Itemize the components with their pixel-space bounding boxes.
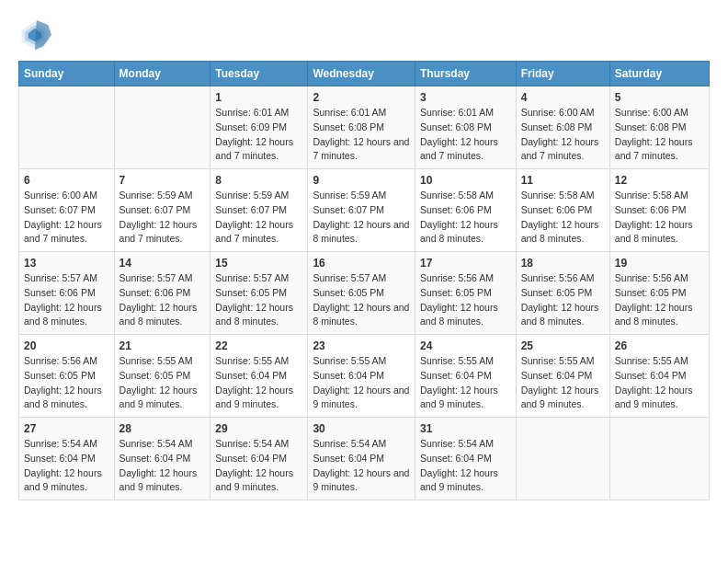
- sunset-text: Sunset: 6:07 PM: [215, 203, 302, 218]
- sunset-text: Sunset: 6:09 PM: [215, 121, 302, 135]
- day-info: Sunrise: 5:58 AM Sunset: 6:06 PM Dayligh…: [420, 189, 511, 247]
- day-number: 2: [313, 91, 410, 104]
- sunrise-text: Sunrise: 5:59 AM: [313, 189, 410, 203]
- day-info: Sunrise: 5:59 AM Sunset: 6:07 PM Dayligh…: [119, 189, 206, 247]
- daylight-text: Daylight: 12 hours and 9 minutes.: [521, 384, 605, 413]
- sunrise-text: Sunrise: 5:54 AM: [313, 437, 410, 452]
- daylight-text: Daylight: 12 hours and 9 minutes.: [119, 384, 206, 413]
- sunrise-text: Sunrise: 6:00 AM: [615, 106, 704, 121]
- sunset-text: Sunset: 6:07 PM: [119, 203, 206, 218]
- day-info: Sunrise: 5:57 AM Sunset: 6:06 PM Dayligh…: [119, 271, 206, 329]
- sunset-text: Sunset: 6:04 PM: [313, 452, 410, 466]
- logo-icon: [18, 18, 51, 52]
- daylight-text: Daylight: 12 hours and 8 minutes.: [24, 384, 109, 413]
- day-number: 14: [119, 257, 206, 270]
- day-info: Sunrise: 5:54 AM Sunset: 6:04 PM Dayligh…: [313, 437, 410, 495]
- sunrise-text: Sunrise: 5:55 AM: [215, 354, 302, 369]
- sunset-text: Sunset: 6:04 PM: [313, 369, 410, 384]
- day-info: Sunrise: 6:00 AM Sunset: 6:08 PM Dayligh…: [521, 106, 605, 164]
- calendar-cell: 15 Sunrise: 5:57 AM Sunset: 6:05 PM Dayl…: [210, 252, 308, 335]
- daylight-text: Daylight: 12 hours and 8 minutes.: [313, 301, 410, 330]
- sunset-text: Sunset: 6:04 PM: [615, 369, 704, 384]
- calendar-cell: 18 Sunrise: 5:56 AM Sunset: 6:05 PM Dayl…: [516, 252, 609, 335]
- calendar-cell: 19 Sunrise: 5:56 AM Sunset: 6:05 PM Dayl…: [609, 252, 709, 335]
- day-info: Sunrise: 5:54 AM Sunset: 6:04 PM Dayligh…: [215, 437, 302, 495]
- page-header: [18, 18, 710, 52]
- sunset-text: Sunset: 6:07 PM: [313, 203, 410, 218]
- calendar-cell: 30 Sunrise: 5:54 AM Sunset: 6:04 PM Dayl…: [308, 418, 415, 500]
- week-row-1: 1 Sunrise: 6:01 AM Sunset: 6:09 PM Dayli…: [19, 86, 710, 169]
- header-tuesday: Tuesday: [210, 62, 308, 86]
- day-info: Sunrise: 5:54 AM Sunset: 6:04 PM Dayligh…: [24, 437, 109, 495]
- day-number: 24: [420, 339, 511, 352]
- sunset-text: Sunset: 6:05 PM: [420, 286, 511, 301]
- calendar-cell: 29 Sunrise: 5:54 AM Sunset: 6:04 PM Dayl…: [210, 418, 308, 500]
- calendar-cell: 21 Sunrise: 5:55 AM Sunset: 6:05 PM Dayl…: [114, 335, 210, 418]
- daylight-text: Daylight: 12 hours and 8 minutes.: [24, 301, 109, 330]
- sunrise-text: Sunrise: 5:56 AM: [24, 354, 109, 369]
- day-info: Sunrise: 5:56 AM Sunset: 6:05 PM Dayligh…: [615, 271, 704, 329]
- day-info: Sunrise: 5:55 AM Sunset: 6:04 PM Dayligh…: [615, 354, 704, 412]
- calendar-cell: 27 Sunrise: 5:54 AM Sunset: 6:04 PM Dayl…: [19, 418, 115, 500]
- daylight-text: Daylight: 12 hours and 7 minutes.: [313, 135, 410, 165]
- calendar-cell: 25 Sunrise: 5:55 AM Sunset: 6:04 PM Dayl…: [516, 335, 609, 418]
- calendar-cell: 7 Sunrise: 5:59 AM Sunset: 6:07 PM Dayli…: [114, 169, 210, 252]
- day-number: 31: [420, 422, 511, 435]
- sunset-text: Sunset: 6:08 PM: [521, 121, 605, 135]
- calendar-cell: 23 Sunrise: 5:55 AM Sunset: 6:04 PM Dayl…: [308, 335, 415, 418]
- day-number: 18: [521, 257, 605, 270]
- day-info: Sunrise: 6:00 AM Sunset: 6:08 PM Dayligh…: [615, 106, 704, 164]
- sunrise-text: Sunrise: 5:54 AM: [215, 437, 302, 452]
- sunrise-text: Sunrise: 5:55 AM: [420, 354, 511, 369]
- sunrise-text: Sunrise: 5:56 AM: [615, 271, 704, 286]
- day-info: Sunrise: 6:00 AM Sunset: 6:07 PM Dayligh…: [24, 189, 109, 247]
- day-number: 29: [215, 422, 302, 435]
- daylight-text: Daylight: 12 hours and 8 minutes.: [521, 301, 605, 330]
- day-number: 8: [215, 174, 302, 187]
- calendar-cell: 24 Sunrise: 5:55 AM Sunset: 6:04 PM Dayl…: [415, 335, 517, 418]
- calendar-cell: [516, 418, 609, 500]
- daylight-text: Daylight: 12 hours and 9 minutes.: [24, 466, 109, 496]
- day-info: Sunrise: 6:01 AM Sunset: 6:08 PM Dayligh…: [313, 106, 410, 164]
- calendar-cell: 12 Sunrise: 5:58 AM Sunset: 6:06 PM Dayl…: [609, 169, 709, 252]
- sunset-text: Sunset: 6:04 PM: [215, 369, 302, 384]
- daylight-text: Daylight: 12 hours and 9 minutes.: [215, 466, 302, 496]
- daylight-text: Daylight: 12 hours and 8 minutes.: [313, 218, 410, 247]
- sunrise-text: Sunrise: 5:59 AM: [215, 189, 302, 203]
- week-row-4: 20 Sunrise: 5:56 AM Sunset: 6:05 PM Dayl…: [19, 335, 710, 418]
- day-info: Sunrise: 5:56 AM Sunset: 6:05 PM Dayligh…: [521, 271, 605, 329]
- sunset-text: Sunset: 6:05 PM: [313, 286, 410, 301]
- daylight-text: Daylight: 12 hours and 8 minutes.: [615, 218, 704, 247]
- day-number: 21: [119, 339, 206, 352]
- sunrise-text: Sunrise: 5:56 AM: [521, 271, 605, 286]
- sunrise-text: Sunrise: 5:58 AM: [420, 189, 511, 203]
- sunset-text: Sunset: 6:05 PM: [521, 286, 605, 301]
- day-number: 17: [420, 257, 511, 270]
- sunset-text: Sunset: 6:04 PM: [420, 452, 511, 466]
- sunset-text: Sunset: 6:08 PM: [420, 121, 511, 135]
- day-info: Sunrise: 5:59 AM Sunset: 6:07 PM Dayligh…: [313, 189, 410, 247]
- daylight-text: Daylight: 12 hours and 7 minutes.: [521, 135, 605, 165]
- day-number: 16: [313, 257, 410, 270]
- sunrise-text: Sunrise: 6:01 AM: [215, 106, 302, 121]
- sunrise-text: Sunrise: 5:57 AM: [119, 271, 206, 286]
- calendar-cell: 10 Sunrise: 5:58 AM Sunset: 6:06 PM Dayl…: [415, 169, 517, 252]
- sunrise-text: Sunrise: 5:57 AM: [313, 271, 410, 286]
- sunrise-text: Sunrise: 5:58 AM: [615, 189, 704, 203]
- day-number: 25: [521, 339, 605, 352]
- sunset-text: Sunset: 6:05 PM: [615, 286, 704, 301]
- sunrise-text: Sunrise: 5:59 AM: [119, 189, 206, 203]
- calendar-cell: 2 Sunrise: 6:01 AM Sunset: 6:08 PM Dayli…: [308, 86, 415, 169]
- sunrise-text: Sunrise: 5:57 AM: [24, 271, 109, 286]
- daylight-text: Daylight: 12 hours and 7 minutes.: [420, 135, 511, 165]
- day-info: Sunrise: 6:01 AM Sunset: 6:08 PM Dayligh…: [420, 106, 511, 164]
- sunrise-text: Sunrise: 6:00 AM: [521, 106, 605, 121]
- day-number: 10: [420, 174, 511, 187]
- daylight-text: Daylight: 12 hours and 8 minutes.: [521, 218, 605, 247]
- sunrise-text: Sunrise: 6:01 AM: [420, 106, 511, 121]
- day-number: 3: [420, 91, 511, 104]
- daylight-text: Daylight: 12 hours and 8 minutes.: [615, 301, 704, 330]
- day-info: Sunrise: 5:59 AM Sunset: 6:07 PM Dayligh…: [215, 189, 302, 247]
- day-info: Sunrise: 5:58 AM Sunset: 6:06 PM Dayligh…: [521, 189, 605, 247]
- calendar-cell: 31 Sunrise: 5:54 AM Sunset: 6:04 PM Dayl…: [415, 418, 517, 500]
